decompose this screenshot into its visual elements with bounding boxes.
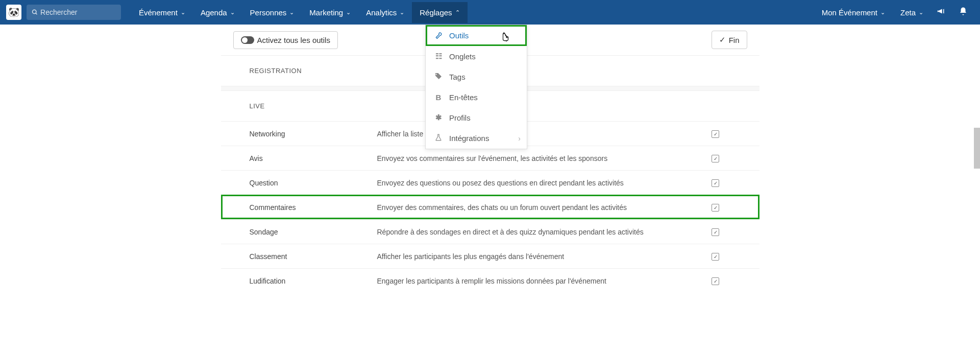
checkbox[interactable]: ✓: [712, 130, 719, 138]
logo[interactable]: 🐼: [6, 5, 21, 20]
nav-zeta[interactable]: Zeta⌄: [893, 2, 931, 23]
activate-all-label: Activez tous les outils: [257, 36, 330, 44]
tool-row-classement[interactable]: Classement Afficher les participants les…: [221, 244, 760, 268]
dropdown-profils-label: Profils: [449, 113, 471, 122]
dropdown-outils[interactable]: Outils: [426, 25, 527, 46]
nav-analytics[interactable]: Analytics⌄: [358, 2, 412, 23]
search-input[interactable]: [40, 8, 116, 16]
fin-label: Fin: [729, 36, 740, 44]
bell-icon[interactable]: [952, 7, 974, 18]
tool-row-commentaires[interactable]: Commentaires Envoyer des commentaires, d…: [221, 195, 760, 219]
top-nav: 🐼 Événement⌄ Agenda⌄ Personnes⌄ Marketin…: [0, 0, 980, 25]
nav-marketing[interactable]: Marketing⌄: [302, 2, 358, 23]
dropdown-tags[interactable]: Tags: [426, 66, 527, 87]
chevron-up-icon: ⌃: [455, 10, 460, 15]
tool-row-question[interactable]: Question Envoyez des questions ou posez …: [221, 170, 760, 195]
submenu-arrow-icon: ›: [518, 134, 521, 143]
svg-point-0: [33, 10, 36, 13]
tool-name: Avis: [250, 154, 377, 162]
nav-mon-evenement[interactable]: Mon Événement⌄: [814, 2, 893, 23]
checkbox[interactable]: ✓: [712, 253, 719, 261]
tool-desc: Engager les participants à remplir les m…: [377, 277, 700, 285]
nav-agenda[interactable]: Agenda⌄: [193, 2, 242, 23]
nav-evenement[interactable]: Événement⌄: [131, 2, 193, 23]
bold-icon: B: [434, 93, 443, 102]
tool-desc: Afficher les participants les plus engag…: [377, 252, 700, 261]
chevron-down-icon: ⌄: [230, 10, 235, 15]
list-icon: ☷: [434, 52, 443, 61]
tool-row-avis[interactable]: Avis Envoyez vos commentaires sur l'évén…: [221, 146, 760, 170]
checkbox[interactable]: ✓: [712, 277, 719, 285]
chevron-down-icon: ⌄: [346, 10, 351, 15]
tool-name: Commentaires: [250, 203, 377, 212]
tool-desc: Envoyez des questions ou posez des quest…: [377, 179, 700, 187]
tag-icon: [434, 72, 443, 82]
dropdown-outils-label: Outils: [449, 31, 469, 40]
chevron-down-icon: ⌄: [400, 10, 404, 15]
dropdown-entetes[interactable]: B En-têtes: [426, 87, 527, 107]
search-icon: [32, 9, 38, 16]
flask-icon: [434, 133, 443, 143]
tool-row-sondage[interactable]: Sondage Répondre à des sondages en direc…: [221, 219, 760, 244]
chevron-down-icon: ⌄: [919, 10, 923, 15]
tool-name: Classement: [250, 252, 377, 261]
dropdown-onglets[interactable]: ☷ Onglets: [426, 46, 527, 66]
checkbox[interactable]: ✓: [712, 228, 719, 236]
asterisk-icon: ✱: [434, 113, 443, 122]
dropdown-tags-label: Tags: [449, 73, 465, 81]
reglages-dropdown: Outils ☷ Onglets Tags B En-têtes ✱ Profi…: [425, 25, 527, 149]
nav-reglages[interactable]: Réglages⌃: [412, 2, 467, 23]
fin-button[interactable]: ✓ Fin: [712, 31, 747, 49]
tool-name: Sondage: [250, 228, 377, 236]
activate-all-button[interactable]: Activez tous les outils: [233, 31, 338, 49]
search-box[interactable]: [27, 5, 121, 20]
checkbox[interactable]: ✓: [712, 204, 719, 212]
checkbox[interactable]: ✓: [712, 155, 719, 162]
megaphone-icon[interactable]: [931, 7, 952, 18]
tool-desc: Envoyer des commentaires, des chats ou u…: [377, 203, 700, 212]
dropdown-onglets-label: Onglets: [449, 52, 476, 61]
scrollbar-thumb[interactable]: [974, 128, 980, 169]
dropdown-entetes-label: En-têtes: [449, 93, 478, 102]
checkbox[interactable]: ✓: [712, 179, 719, 187]
chevron-down-icon: ⌄: [289, 10, 294, 15]
tool-name: Question: [250, 179, 377, 187]
chevron-down-icon: ⌄: [880, 10, 885, 15]
tool-desc: Répondre à des sondages en direct et à d…: [377, 228, 700, 236]
check-icon: ✓: [719, 35, 726, 44]
dropdown-integrations[interactable]: Intégrations ›: [426, 128, 527, 149]
toggle-icon: [241, 36, 254, 44]
tool-name: Networking: [250, 130, 377, 138]
tool-name: Ludification: [250, 277, 377, 285]
dropdown-profils[interactable]: ✱ Profils: [426, 107, 527, 128]
dropdown-integrations-label: Intégrations: [449, 134, 489, 143]
tool-desc: Envoyez vos commentaires sur l'événement…: [377, 154, 700, 162]
tool-row-ludification[interactable]: Ludification Engager les participants à …: [221, 268, 760, 293]
wrench-icon: [434, 31, 443, 40]
chevron-down-icon: ⌄: [181, 10, 185, 15]
svg-line-1: [36, 13, 37, 15]
nav-personnes[interactable]: Personnes⌄: [242, 2, 302, 23]
